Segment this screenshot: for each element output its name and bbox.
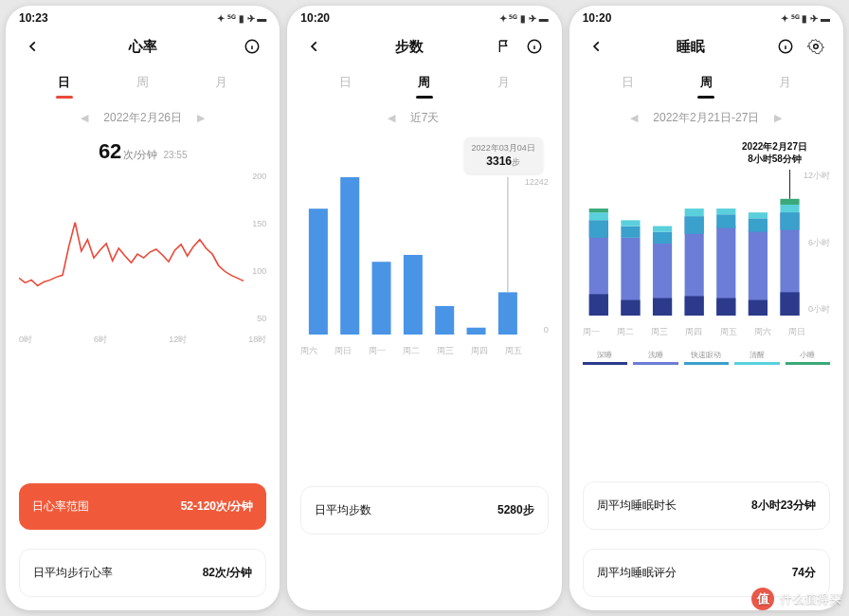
avg-walk-hr-card[interactable]: 日平均步行心率 82次/分钟 — [19, 549, 266, 597]
card-label: 周平均睡眠时长 — [597, 498, 677, 514]
date-nav: ◀ 2022年2月26日 ▶ — [6, 97, 280, 132]
tab-month[interactable]: 月 — [746, 68, 824, 97]
prev-icon[interactable]: ◀ — [388, 112, 395, 124]
svg-rect-25 — [621, 226, 640, 238]
legend-rem: 快速眼动 — [684, 350, 729, 365]
panel-heartrate: 10:23 ✦ ⁵ᴳ ▮ ✈ ▬ 心率 日 周 月 ◀ 2022年2月26日 ▶… — [6, 6, 280, 610]
tab-day[interactable]: 日 — [306, 68, 385, 97]
card-value: 52-120次/分钟 — [181, 498, 254, 515]
tab-week[interactable]: 周 — [385, 68, 463, 97]
back-icon[interactable] — [304, 36, 325, 57]
tab-day[interactable]: 日 — [588, 68, 667, 97]
svg-rect-22 — [588, 208, 607, 212]
svg-rect-28 — [653, 299, 672, 316]
prev-icon[interactable]: ◀ — [81, 112, 88, 124]
next-icon[interactable]: ▶ — [197, 112, 205, 124]
clock: 10:23 — [19, 11, 48, 25]
next-icon[interactable]: ▶ — [774, 112, 782, 124]
svg-rect-29 — [653, 232, 672, 244]
statusbar: 10:20 ✦ ⁵ᴳ ▮ ✈ ▬ — [569, 6, 843, 27]
svg-rect-34 — [684, 208, 703, 216]
clock: 10:20 — [300, 11, 330, 25]
svg-rect-33 — [684, 216, 703, 233]
svg-rect-38 — [716, 208, 735, 214]
tooltip: 2022年03月04日 3316步 — [464, 137, 543, 173]
y-axis: 200 150 100 50 — [252, 172, 266, 323]
status-icons: ✦ ⁵ᴳ ▮ ✈ ▬ — [217, 13, 266, 24]
watermark-text: 什么值得买 — [780, 590, 841, 607]
statusbar: 10:23 ✦ ⁵ᴳ ▮ ✈ ▬ — [6, 6, 280, 27]
svg-rect-11 — [467, 328, 486, 335]
gear-icon[interactable] — [805, 36, 826, 57]
date-label: 近7天 — [410, 110, 440, 126]
tooltip-date: 2022年2月27日 — [742, 140, 807, 153]
date-label: 2022年2月26日 — [103, 110, 182, 126]
panel-steps: 10:20 ✦ ⁵ᴳ ▮ ✈ ▬ 步数 日 周 月 ◀ 近7天 ▶ 2022年0… — [287, 6, 561, 610]
summary-value: 62 — [99, 139, 121, 163]
y-axis: 12242 0 — [525, 177, 549, 335]
tooltip-value: 3316 — [486, 154, 512, 168]
svg-rect-45 — [780, 212, 799, 229]
legend-deep: 深睡 — [583, 350, 627, 365]
summary-sub: 23:55 — [163, 150, 187, 160]
svg-rect-37 — [716, 214, 735, 227]
svg-rect-20 — [588, 220, 607, 237]
statusbar: 10:20 ✦ ⁵ᴳ ▮ ✈ ▬ — [287, 6, 561, 27]
date-nav: ◀ 近7天 ▶ — [287, 97, 561, 132]
tab-month[interactable]: 月 — [182, 68, 261, 97]
svg-rect-32 — [684, 296, 703, 316]
svg-rect-44 — [780, 292, 799, 316]
svg-rect-8 — [372, 262, 391, 335]
legend-awake: 清醒 — [734, 350, 779, 365]
card-value: 74分 — [792, 565, 816, 581]
x-axis: 周一 周二 周三 周四 周五 周六 周日 — [583, 326, 805, 338]
tab-day[interactable]: 日 — [25, 68, 103, 97]
card-label: 周平均睡眠评分 — [597, 565, 677, 581]
prev-icon[interactable]: ◀ — [630, 112, 638, 124]
card-label: 日平均步数 — [315, 502, 371, 518]
y-axis: 12小时 6小时 0小时 — [804, 170, 830, 316]
svg-rect-24 — [621, 300, 640, 316]
info-icon[interactable] — [524, 36, 545, 57]
steps-chart: 2022年03月04日 3316步 12242 0 周六 周日 周一 周二 — [287, 136, 561, 363]
card-value: 82次/分钟 — [203, 565, 253, 581]
svg-rect-26 — [621, 220, 640, 226]
info-icon[interactable] — [775, 36, 796, 57]
hr-range-card[interactable]: 日心率范围 52-120次/分钟 — [19, 483, 266, 530]
back-icon[interactable] — [587, 36, 607, 57]
tab-week[interactable]: 周 — [667, 68, 746, 97]
avg-steps-card[interactable]: 日平均步数 5280步 — [300, 486, 548, 534]
tabs: 日 周 月 — [569, 63, 843, 97]
back-icon[interactable] — [23, 36, 44, 57]
date-nav: ◀ 2022年2月21日-27日 ▶ — [569, 97, 843, 132]
svg-rect-10 — [436, 306, 455, 335]
flag-icon[interactable] — [494, 36, 515, 57]
svg-rect-9 — [404, 255, 423, 335]
avg-duration-card[interactable]: 周平均睡眠时长 8小时23分钟 — [583, 481, 830, 530]
card-label: 日心率范围 — [32, 498, 89, 515]
svg-rect-46 — [780, 205, 799, 212]
status-icons: ✦ ⁵ᴳ ▮ ✈ ▬ — [781, 13, 830, 24]
svg-rect-47 — [780, 199, 799, 205]
page-title: 心率 — [129, 38, 157, 56]
info-icon[interactable] — [242, 36, 262, 57]
tooltip-date: 2022年03月04日 — [472, 142, 535, 154]
summary-unit: 次/分钟 — [123, 149, 157, 160]
tabs: 日 周 月 — [6, 63, 280, 97]
tabs: 日 周 月 — [287, 63, 561, 97]
x-axis: 周六 周日 周一 周二 周三 周四 周五 — [300, 345, 521, 357]
tooltip: 2022年2月27日 8小时58分钟 — [734, 136, 815, 170]
header: 步数 — [287, 27, 561, 63]
svg-point-17 — [814, 45, 819, 49]
date-label: 2022年2月21日-27日 — [653, 110, 759, 126]
svg-rect-40 — [748, 300, 767, 316]
svg-rect-42 — [748, 212, 767, 218]
svg-rect-7 — [341, 177, 360, 335]
tab-week[interactable]: 周 — [103, 68, 182, 97]
tab-month[interactable]: 月 — [464, 68, 543, 97]
panel-sleep: 10:20 ✦ ⁵ᴳ ▮ ✈ ▬ 睡眠 日 周 月 ◀ 2022年2月21日-2… — [569, 6, 843, 610]
legend-nap: 小睡 — [786, 350, 830, 365]
card-value: 5280步 — [497, 502, 534, 518]
legend-light: 浅睡 — [633, 350, 677, 365]
sleep-chart: 2022年2月27日 8小时58分钟 12小时 6小时 0小时 周一 — [569, 136, 843, 344]
